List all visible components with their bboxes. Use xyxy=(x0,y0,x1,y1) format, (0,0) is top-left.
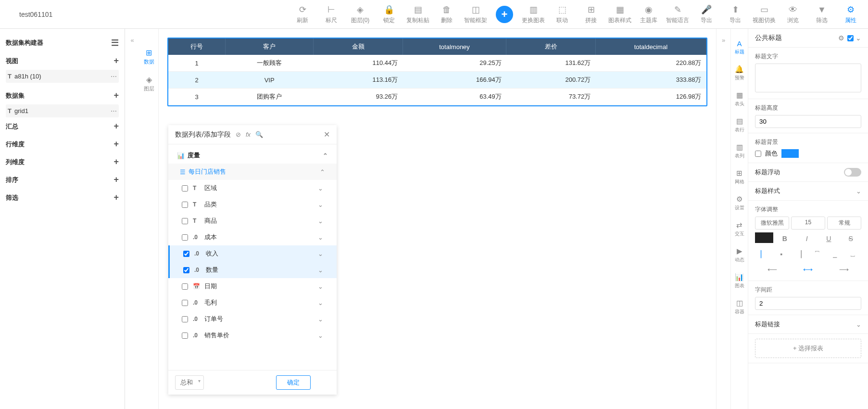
text-color-swatch[interactable] xyxy=(755,232,773,243)
add-button[interactable]: + xyxy=(113,175,119,185)
chevron-down-icon[interactable]: ⌄ xyxy=(318,217,323,225)
rvtab-表列[interactable]: ▥表列 xyxy=(731,138,748,164)
search-icon[interactable]: 🔍 xyxy=(255,131,263,138)
title-style-section[interactable]: 标题样式 ⌄ xyxy=(748,182,868,201)
rvtab-预警[interactable]: 🔔预警 xyxy=(731,60,748,86)
italic-icon[interactable]: I xyxy=(796,232,818,245)
chevron-down-icon[interactable]: ⌄ xyxy=(318,234,323,241)
field-checkbox[interactable] xyxy=(182,234,188,241)
collapse-right-icon[interactable]: » xyxy=(716,29,730,409)
chevron-down-icon[interactable]: ⌄ xyxy=(318,332,323,339)
builder-menu-icon[interactable]: ☰ xyxy=(111,38,119,48)
smart-frame-button[interactable]: ◫智能框架 xyxy=(463,4,488,25)
more-icon[interactable]: ⋯ xyxy=(111,107,117,115)
field-checkbox[interactable] xyxy=(182,218,188,224)
chart-style-button[interactable]: ▦图表样式 xyxy=(607,4,632,25)
chevron-up-icon[interactable]: ⌃ xyxy=(320,168,325,176)
col-header[interactable]: totalmoney xyxy=(403,38,506,55)
align-left-icon[interactable]: ▏ xyxy=(755,248,772,260)
rvtab-动态[interactable]: ▶动态 xyxy=(731,242,748,268)
rvtab-表行[interactable]: ▤表行 xyxy=(731,112,748,138)
title-height-input[interactable] xyxy=(755,115,861,128)
vtab-图层[interactable]: ◈图层 xyxy=(144,75,154,92)
export-button[interactable]: ⬆导出 xyxy=(723,4,748,25)
table-row[interactable]: 3团购客户93.26万63.49万73.72万126.98万 xyxy=(168,89,706,105)
field-item[interactable]: 📅日期⌄ xyxy=(168,278,337,294)
field-item[interactable]: T商品⌄ xyxy=(168,213,337,229)
align-middle-icon[interactable]: ⎯ xyxy=(827,248,843,260)
close-icon[interactable]: ✕ xyxy=(324,130,330,139)
fx-icon[interactable]: fx xyxy=(246,131,251,138)
field-checkbox[interactable] xyxy=(182,202,188,208)
font-family-select[interactable]: 微软雅黑 xyxy=(755,217,789,230)
change-chart-button[interactable]: ▥更换图表 xyxy=(521,4,546,25)
arrow-left-icon[interactable]: ⟵ xyxy=(755,263,790,276)
arrow-both-icon[interactable]: ⟷ xyxy=(791,263,825,276)
field-item[interactable]: .0数量⌄ xyxy=(168,262,337,278)
chevron-down-icon[interactable]: ⌄ xyxy=(318,267,323,274)
select-report-button[interactable]: + 选择报表 xyxy=(755,339,861,358)
add-button[interactable]: + xyxy=(113,121,119,131)
table-row[interactable]: 1一般顾客110.44万29.25万131.62万220.88万 xyxy=(168,55,706,72)
field-checkbox[interactable] xyxy=(182,300,188,306)
gear-icon[interactable]: ⚙ xyxy=(838,34,844,42)
add-view-button[interactable]: + xyxy=(113,56,119,66)
field-group[interactable]: ☰ 每日门店销售 ⌃ xyxy=(168,164,337,180)
voice-button[interactable]: 🎤导出 xyxy=(694,4,719,25)
more-icon[interactable]: ⋯ xyxy=(111,73,117,80)
float-toggle[interactable] xyxy=(844,168,861,177)
table-row[interactable]: 2VIP113.16万166.94万200.72万333.88万 xyxy=(168,72,706,89)
field-checkbox[interactable] xyxy=(182,283,188,290)
join-button[interactable]: ⊞拼接 xyxy=(579,4,604,25)
delete-button[interactable]: 🗑删除 xyxy=(434,4,459,25)
col-header[interactable]: 金额 xyxy=(314,38,403,55)
smart-lang-button[interactable]: ✎智能语言 xyxy=(665,4,690,25)
field-item[interactable]: .0订单号⌄ xyxy=(168,311,337,327)
aggregate-select[interactable]: 总和 xyxy=(175,375,204,390)
chevron-down-icon[interactable]: ⌄ xyxy=(318,299,323,307)
copy-paste-button[interactable]: ▤复制粘贴 xyxy=(405,4,430,25)
col-header[interactable]: 差价 xyxy=(506,38,595,55)
field-checkbox[interactable] xyxy=(182,316,188,322)
color-swatch[interactable] xyxy=(781,149,799,158)
field-checkbox[interactable] xyxy=(183,251,189,257)
add-button[interactable]: + xyxy=(113,157,119,167)
link-button[interactable]: ⬚联动 xyxy=(550,4,575,25)
add-dataset-button[interactable]: + xyxy=(113,90,119,101)
field-item[interactable]: .0收入⌄ xyxy=(168,245,337,262)
lock-button[interactable]: 🔒锁定 xyxy=(377,4,402,25)
col-header[interactable]: totaldecimal xyxy=(595,38,706,55)
rvtab-表头[interactable]: ▦表头 xyxy=(731,86,748,112)
align-right-icon[interactable]: ▕ xyxy=(791,248,807,260)
rvtab-网格[interactable]: ⊞网格 xyxy=(731,164,748,190)
font-weight-select[interactable]: 常规 xyxy=(827,217,861,230)
refresh-button[interactable]: ⟳刷新 xyxy=(290,4,315,25)
ruler-button[interactable]: ⊢标尺 xyxy=(319,4,344,25)
tag-icon[interactable]: ⊘ xyxy=(236,131,241,138)
add-button[interactable]: + xyxy=(113,139,119,149)
chart-container[interactable]: 行号客户金额totalmoney差价totaldecimal 1一般顾客110.… xyxy=(167,38,707,106)
font-size-select[interactable]: 15 xyxy=(791,217,825,230)
layers-button[interactable]: ◈图层(0) xyxy=(348,4,373,25)
rvtab-容器[interactable]: ◫容器 xyxy=(731,294,748,320)
col-header[interactable]: 客户 xyxy=(225,38,313,55)
chevron-down-icon[interactable]: ⌄ xyxy=(318,250,323,257)
chevron-down-icon[interactable]: ⌄ xyxy=(855,34,861,42)
chevron-down-icon[interactable]: ⌄ xyxy=(318,316,323,323)
strike-icon[interactable]: S xyxy=(840,232,861,245)
vtab-数据[interactable]: ⊞数据 xyxy=(144,48,154,65)
field-item[interactable]: T品类⌄ xyxy=(168,196,337,213)
rvtab-交互[interactable]: ⇄交互 xyxy=(731,216,748,242)
field-item[interactable]: .0成本⌄ xyxy=(168,229,337,245)
chevron-down-icon[interactable]: ⌄ xyxy=(318,185,323,192)
arrow-right-icon[interactable]: ⟶ xyxy=(827,263,861,276)
chevron-down-icon[interactable]: ⌄ xyxy=(318,283,323,290)
confirm-button[interactable]: 确定 xyxy=(276,375,311,390)
view-item[interactable]: T a81h (10) ⋯ xyxy=(6,70,119,83)
chevron-up-icon[interactable]: ⌃ xyxy=(323,152,328,159)
field-item[interactable]: T区域⌄ xyxy=(168,180,337,196)
field-checkbox[interactable] xyxy=(182,185,188,192)
view-switch-button[interactable]: ▭视图切换 xyxy=(752,4,777,25)
bg-color-checkbox[interactable] xyxy=(755,151,761,157)
enable-checkbox[interactable] xyxy=(847,35,854,41)
